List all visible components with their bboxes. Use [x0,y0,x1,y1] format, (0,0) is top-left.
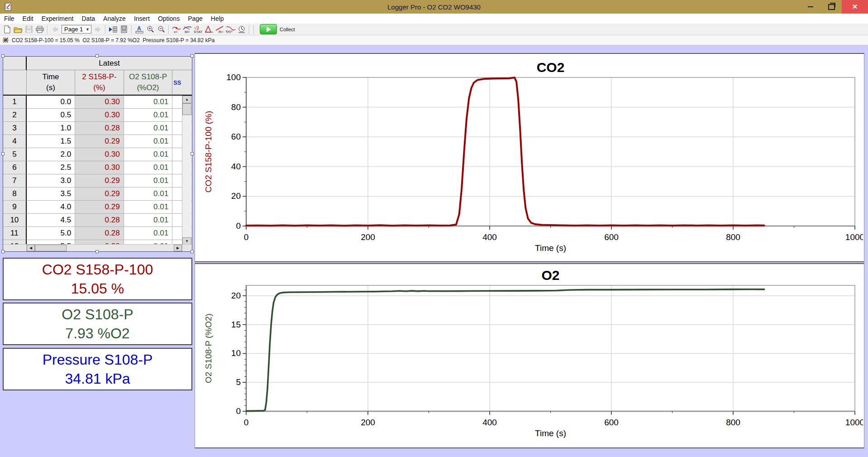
examine-button[interactable]: x= [171,24,182,34]
o2-meter[interactable]: O2 S108-P 7.93 %O2 [3,303,192,345]
collect-button[interactable] [260,24,277,34]
o2-cell[interactable]: 0.01 [124,122,172,135]
print-button[interactable] [34,24,45,34]
horizontal-scroll-thumb[interactable] [35,245,67,251]
column-header-co2[interactable]: 2 S158-P- (%) [75,70,124,96]
row-number-cell[interactable]: 7 [3,174,27,188]
selection-handle[interactable] [1,54,5,58]
column-header-time[interactable]: Time (s) [27,70,75,96]
statistics-button[interactable]: √2STAT [193,24,204,34]
row-number-cell[interactable]: 6 [3,161,27,174]
co2-meter[interactable]: CO2 S158-P-100 15.05 % [3,258,192,300]
time-cell[interactable]: 4.5 [27,214,75,227]
time-cell[interactable]: 0.5 [27,109,75,122]
co2-cell[interactable]: 0.30 [75,148,124,161]
co2-chart-panel[interactable]: 02004006008001000020406080100CO2CO2 S158… [195,53,864,262]
tangent-button[interactable]: M= [182,24,193,34]
menu-insert[interactable]: Insert [130,15,154,22]
data-table-panel[interactable]: Latest Time (s) 2 S158-P- (%) O2 S108-P … [3,56,192,252]
co2-cell[interactable]: 0.29 [75,174,124,188]
row-number-cell[interactable]: 9 [3,201,27,214]
o2-cell[interactable]: 0.01 [124,174,172,188]
page-selector[interactable]: Page 1 ▼ [62,25,91,34]
o2-cell[interactable]: 0.01 [124,96,172,109]
autoscale-graph-button[interactable]: A [134,24,145,34]
co2-cell[interactable]: 0.28 [75,227,124,240]
menu-analyze[interactable]: Analyze [99,15,130,22]
time-cell[interactable]: 3.5 [27,188,75,201]
menu-options[interactable]: Options [154,15,184,22]
vertical-scroll-thumb[interactable] [182,103,191,115]
time-cell[interactable]: 1.5 [27,135,75,148]
co2-cell[interactable]: 0.28 [75,214,124,227]
co2-chart-plot[interactable]: 02004006008001000020406080100CO2CO2 S158… [195,54,863,261]
o2-cell[interactable]: 0.01 [124,161,172,174]
row-number-cell[interactable]: 2 [3,109,27,122]
time-cell[interactable]: 3.0 [27,174,75,188]
time-cell[interactable]: 2.0 [27,148,75,161]
next-page-button[interactable] [92,24,103,34]
row-number-cell[interactable]: 11 [3,227,27,240]
menu-data[interactable]: Data [78,15,100,22]
selection-handle[interactable] [95,54,99,58]
vertical-scrollbar[interactable]: ▲ ▼ [182,96,191,245]
data-browser-button[interactable] [108,24,119,34]
column-header-o2[interactable]: O2 S108-P (%O2) [124,70,172,96]
save-file-button[interactable] [24,24,34,34]
menu-experiment[interactable]: Experiment [38,15,78,22]
o2-cell[interactable]: 0.01 [124,188,172,201]
data-collection-setup-button[interactable] [236,24,247,34]
co2-cell[interactable]: 0.29 [75,201,124,214]
co2-cell[interactable]: 0.30 [75,161,124,174]
new-document-button[interactable] [2,24,13,34]
row-number-cell[interactable]: 3 [3,122,27,135]
o2-cell[interactable]: 0.01 [124,214,172,227]
menu-file[interactable]: File [0,15,19,22]
row-number-cell[interactable]: 8 [3,188,27,201]
menu-edit[interactable]: Edit [19,15,38,22]
co2-cell[interactable]: 0.28 [75,122,124,135]
co2-cell[interactable]: 0.29 [75,188,124,201]
o2-cell[interactable]: 0.01 [124,227,172,240]
o2-cell[interactable]: 0.01 [124,135,172,148]
selection-handle[interactable] [1,152,5,155]
co2-cell[interactable]: 0.29 [75,135,124,148]
time-cell[interactable]: 2.5 [27,161,75,174]
regression-button[interactable]: R= [215,24,225,34]
menu-page[interactable]: Page [184,15,207,22]
integral-button[interactable] [204,24,215,34]
scroll-right-button[interactable]: ▶ [174,245,182,251]
time-cell[interactable]: 4.0 [27,201,75,214]
row-number-cell[interactable]: 10 [3,214,27,227]
time-cell[interactable]: 0.0 [27,96,75,109]
selection-handle[interactable] [191,152,194,155]
scroll-up-button[interactable]: ▲ [182,96,191,103]
selection-handle[interactable] [1,250,5,253]
o2-chart-panel[interactable]: 0200400600800100005101520O2O2 S108-P (%O… [195,263,864,448]
column-header-pressure[interactable]: ss [172,70,192,96]
row-number-cell[interactable]: 5 [3,148,27,161]
time-cell[interactable]: 1.0 [27,122,75,135]
previous-page-button[interactable] [50,24,61,34]
dataset-name-header[interactable]: Latest [27,57,192,70]
o2-cell[interactable]: 0.01 [124,109,172,122]
row-number-cell[interactable]: 1 [3,96,27,109]
zoom-in-button[interactable] [145,24,156,34]
calculator-button[interactable] [119,24,129,34]
open-file-button[interactable] [13,24,24,34]
selection-handle[interactable] [191,250,194,253]
menu-help[interactable]: Help [207,15,228,22]
pressure-meter[interactable]: Pressure S108-P 34.81 kPa [3,348,192,390]
o2-chart-plot[interactable]: 0200400600800100005101520O2O2 S108-P (%O… [195,264,863,447]
selection-handle[interactable] [191,54,194,58]
curve-fit-button[interactable]: f(x)= [225,24,236,34]
co2-cell[interactable]: 0.30 [75,96,124,109]
scroll-left-button[interactable]: ◀ [27,245,35,251]
row-number-cell[interactable]: 4 [3,135,27,148]
o2-cell[interactable]: 0.01 [124,201,172,214]
o2-cell[interactable]: 0.01 [124,148,172,161]
selection-handle[interactable] [95,250,99,253]
zoom-out-button[interactable] [156,24,167,34]
time-cell[interactable]: 5.0 [27,227,75,240]
co2-cell[interactable]: 0.30 [75,109,124,122]
